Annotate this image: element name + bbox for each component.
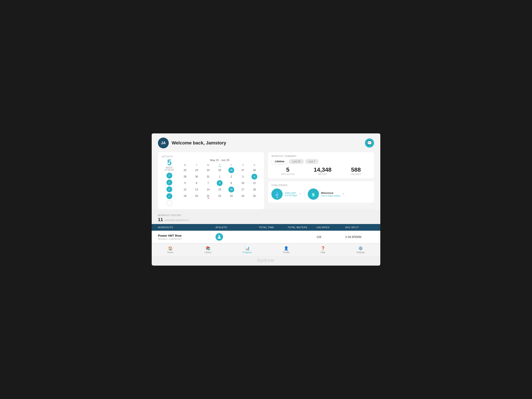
cal-9[interactable]: 9 — [228, 180, 234, 186]
workout-summary-label: WORKOUT SUMMARY — [271, 155, 371, 157]
tab-lifetime[interactable]: Lifetime — [271, 159, 288, 164]
cal-25[interactable]: JUN 25 — [217, 167, 222, 173]
cal-day-W: W — [203, 163, 214, 167]
water-badge: 0 — [277, 196, 278, 198]
cal-23b[interactable]: 23 — [228, 193, 234, 199]
body-row: ACTIVITY 5 WEEKSTREAK ✓ ✓ ✓ ✓ — [158, 152, 374, 209]
workout-stats: 5 Days Active 14,348 Meters 588 Calories — [271, 166, 371, 175]
cal-21[interactable]: 21 — [205, 193, 211, 199]
workout-count-number: 11 — [158, 217, 163, 222]
nav-profile-label: Profile — [283, 251, 290, 253]
chat-button[interactable]: 💬 — [365, 138, 374, 147]
nav-progress-label: Progress — [243, 251, 252, 253]
cal-19[interactable]: 19 — [182, 193, 188, 199]
cal-6[interactable]: 6 — [194, 180, 200, 186]
cal-11[interactable]: 11 — [252, 180, 257, 186]
library-icon: 📚 — [206, 246, 210, 251]
milestone-challenge-icon: 🧴 — [308, 189, 319, 200]
svg-point-0 — [218, 235, 220, 237]
nav-settings-label: Settings — [356, 251, 365, 253]
cal-23[interactable]: 23 — [194, 167, 200, 173]
cal-24[interactable]: 24 — [205, 167, 211, 173]
cal-10[interactable]: 10 — [240, 180, 246, 186]
nav-profile[interactable]: 👤 Profile — [280, 245, 293, 254]
workout-date: 06/16/23 • 4:36PM EDT — [158, 238, 215, 240]
cal-22b[interactable]: 22 — [217, 193, 222, 199]
stat-calories: 588 Calories — [351, 166, 361, 175]
cal-3[interactable]: 3 — [240, 174, 246, 180]
cal-26[interactable]: 26 — [228, 167, 234, 173]
nav-home-label: Home — [167, 251, 173, 253]
cal-5[interactable]: 5 — [182, 180, 188, 186]
cal-24b[interactable]: 24 — [240, 193, 246, 199]
calendar-header: May 22 - Jun 25 — [180, 158, 260, 162]
cal-day-S1: S — [237, 163, 248, 167]
header-left: JA Welcome back, Jamstory — [158, 138, 226, 148]
cal-29[interactable]: 29 — [182, 174, 188, 180]
cal-1[interactable]: 1 — [217, 174, 222, 180]
cal-27[interactable]: 27 — [240, 167, 246, 173]
jun-label: JUN — [218, 166, 221, 167]
workout-info: Power HIIT Row 06/16/23 • 4:36PM EDT — [158, 234, 215, 240]
header: JA Welcome back, Jamstory 💬 — [158, 138, 374, 148]
cal-14[interactable]: 14 — [205, 187, 211, 192]
cal-28[interactable]: 28 — [252, 167, 257, 173]
cal-16[interactable]: 16 — [228, 187, 234, 192]
streak-circle-3: ✓ — [166, 186, 172, 192]
activity-panel: ACTIVITY 5 WEEKSTREAK ✓ ✓ ✓ ✓ — [158, 152, 264, 209]
streak-circle-4: ✓ — [166, 193, 172, 199]
cal-15[interactable]: 15 — [217, 187, 222, 192]
stat-days-active-value: 5 — [281, 166, 294, 173]
cal-12[interactable]: 12 — [182, 187, 188, 192]
cal-2[interactable]: 2 — [228, 174, 234, 180]
cal-25b[interactable]: 25 — [252, 193, 257, 199]
stat-calories-label: Calories — [351, 173, 361, 175]
streak-calendar-row: 5 WEEKSTREAK ✓ ✓ ✓ ✓ May 22 - Jun 25 — [162, 158, 260, 206]
water-org-sub: 5 of 25 days — [285, 194, 297, 196]
water-challenge-text: water.org® 5 of 25 days — [285, 192, 297, 196]
cal-22[interactable]: 22 — [182, 167, 188, 173]
cal-7[interactable]: 7 — [205, 180, 211, 186]
challenge-milestone: 🧴 Milestone 14k of 100k meters ? — [308, 189, 344, 200]
nav-settings[interactable]: ⚙️ Settings — [353, 245, 368, 254]
water-info-icon[interactable]: ? — [299, 193, 301, 196]
cal-day-S2: S — [249, 163, 260, 167]
milestone-challenge-text: Milestone 14k of 100k meters — [321, 191, 341, 197]
milestone-info-icon[interactable]: ? — [342, 193, 344, 196]
nav-progress[interactable]: 📊 Progress — [239, 245, 255, 254]
right-panel: WORKOUT SUMMARY Lifetime Last 30 Last 7 … — [268, 152, 374, 209]
challenges-label: CHALLENGES — [271, 184, 371, 186]
cal-4[interactable]: 4 — [252, 174, 257, 180]
cal-30[interactable]: 30 — [194, 174, 200, 180]
streak-circle-2: ✓ — [166, 180, 172, 185]
workout-history-section: WORKOUT HISTORY 11 LIFETIME WORKOUTS — [152, 212, 380, 222]
workout-history-label: WORKOUT HISTORY — [158, 214, 374, 216]
tab-last7[interactable]: Last 7 — [305, 159, 319, 164]
athlete-avatar — [215, 233, 223, 241]
col-total-meters: TOTAL METERS — [288, 226, 317, 228]
calendar-section: May 22 - Jun 25 M T W T F S S 22 — [180, 158, 260, 206]
tab-last30[interactable]: Last 30 — [289, 159, 304, 164]
cal-20[interactable]: 20 — [194, 193, 200, 199]
nav-help[interactable]: ❓ Help — [317, 245, 329, 254]
nav-library[interactable]: 📚 Library — [201, 245, 215, 254]
cal-13[interactable]: 13 — [194, 187, 200, 192]
stat-days-active: 5 Days Active — [281, 166, 294, 175]
cal-day-M: M — [180, 163, 190, 167]
workout-summary-tabs: Lifetime Last 30 Last 7 — [271, 159, 371, 164]
cal-18[interactable]: 18 — [252, 187, 257, 192]
cal-17[interactable]: 17 — [240, 187, 246, 192]
table-header: WORKOUTS ATHLETE TOTAL TIME TOTAL METERS… — [152, 224, 380, 231]
streak-circles: ✓ ✓ ✓ ✓ — [166, 173, 172, 206]
col-workouts: WORKOUTS — [158, 226, 215, 228]
stat-meters-value: 14,348 — [314, 166, 332, 173]
progress-icon: 📊 — [245, 246, 250, 251]
stat-calories-value: 588 — [351, 166, 361, 173]
col-calories: CALORIES — [317, 226, 345, 228]
avatar[interactable]: JA — [158, 138, 169, 148]
cal-8[interactable]: 8 — [217, 180, 222, 186]
cal-31[interactable]: 31 — [205, 174, 211, 180]
water-org-name: water.org® — [285, 192, 297, 194]
nav-home[interactable]: 🏠 Home — [164, 245, 177, 254]
workout-history-count: 11 LIFETIME WORKOUTS — [158, 217, 374, 222]
